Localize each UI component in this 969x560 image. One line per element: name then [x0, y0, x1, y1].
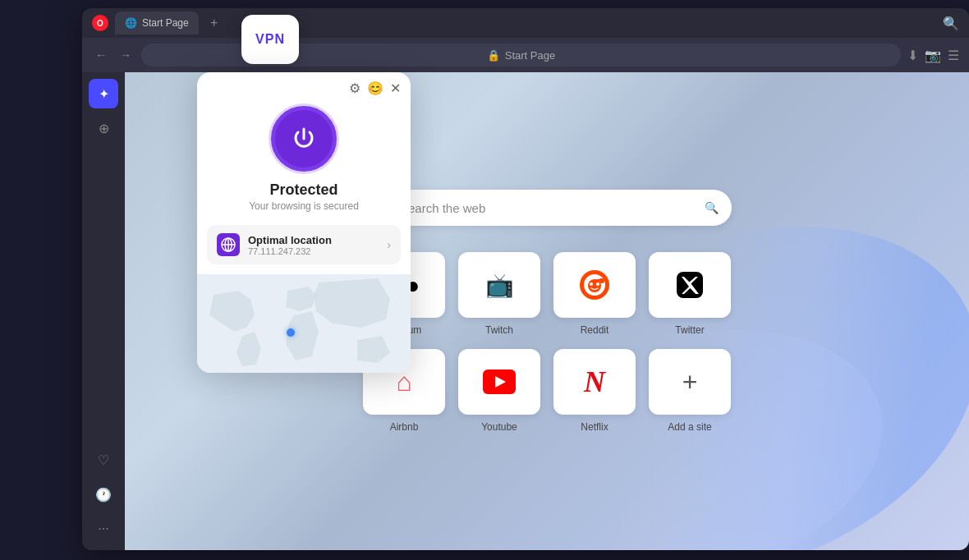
dial-icon-twitter — [649, 252, 731, 318]
youtube-svg — [483, 370, 516, 394]
vpn-badge-button[interactable]: VPN — [241, 15, 299, 64]
snapshot-icon[interactable]: 📷 — [925, 48, 941, 63]
sidebar-bottom: ♡ 🕐 ··· — [89, 445, 118, 544]
vpn-popup-header: ⚙ 😊 ✕ — [197, 72, 411, 99]
url-text: Start Page — [505, 49, 555, 62]
speed-dial-grid: ▶● Medium 📺 Twitch — [363, 252, 731, 433]
download-icon[interactable]: ⬇ — [907, 48, 918, 63]
vpn-location-info: Optimal location 77.111.247.232 — [248, 234, 379, 256]
opera-logo: O — [92, 15, 108, 31]
world-map-svg — [197, 274, 411, 373]
back-button[interactable]: ← — [92, 45, 110, 65]
lock-icon: 🔒 — [487, 49, 500, 62]
dial-icon-twitch: 📺 — [458, 252, 540, 318]
dial-icon-reddit — [553, 252, 636, 318]
dial-icon-add: + — [649, 349, 731, 415]
dial-twitter[interactable]: Twitter — [649, 252, 731, 336]
vpn-button-container: VPN — [241, 15, 299, 64]
vpn-close-icon[interactable]: ✕ — [390, 80, 401, 96]
search-bar[interactable]: G Search the web 🔍 — [362, 190, 732, 226]
tab-bar: O 🌐 Start Page + 🔍 — [82, 8, 969, 38]
vpn-location-name: Optimal location — [248, 234, 379, 246]
twitter-x-svg — [677, 272, 703, 298]
forward-button[interactable]: → — [117, 45, 135, 65]
dial-twitch[interactable]: 📺 Twitch — [458, 252, 540, 336]
dial-label-reddit: Reddit — [581, 324, 609, 336]
search-placeholder: Search the web — [400, 201, 696, 215]
power-icon-svg — [289, 124, 319, 154]
dial-label-twitch: Twitch — [485, 324, 513, 336]
vpn-location-ip: 77.111.247.232 — [248, 246, 379, 256]
browser-window: O 🌐 Start Page + 🔍 ← → 🔒 Start Page ⬇ 📷 … — [82, 8, 969, 550]
sidebar-item-history[interactable]: 🕐 — [89, 480, 118, 509]
sidebar: ✦ ⊕ ♡ 🕐 ··· — [82, 72, 125, 550]
address-bar: ← → 🔒 Start Page ⬇ 📷 ☰ — [82, 38, 969, 72]
vpn-location-chevron-icon: › — [387, 238, 391, 251]
sidebar-item-extensions[interactable]: ⊕ — [89, 113, 118, 143]
vpn-badge-label: VPN — [255, 32, 285, 47]
vpn-popup: ⚙ 😊 ✕ Protected Your browsing is secured — [197, 72, 411, 373]
dial-netflix[interactable]: N Netflix — [553, 349, 636, 433]
dial-label-airbnb: Airbnb — [390, 421, 419, 433]
dial-label-netflix: Netflix — [581, 421, 608, 433]
tab-label: Start Page — [142, 17, 189, 29]
reddit-svg — [580, 270, 609, 300]
dial-youtube[interactable]: Youtube — [458, 349, 540, 433]
sidebar-item-more[interactable]: ··· — [89, 514, 118, 544]
vpn-status-subtitle: Your browsing is secured — [249, 200, 359, 212]
svg-point-2 — [588, 279, 601, 292]
vpn-status-title: Protected — [269, 181, 338, 199]
vpn-location-row[interactable]: Optimal location 77.111.247.232 › — [207, 225, 401, 264]
sidebar-item-home[interactable]: ✦ — [89, 79, 118, 108]
vpn-power-button[interactable] — [271, 106, 337, 172]
vpn-location-globe-icon — [217, 233, 240, 256]
dial-label-youtube: Youtube — [481, 421, 517, 433]
dial-icon-youtube — [458, 349, 540, 415]
dial-icon-netflix: N — [553, 349, 636, 415]
new-tab-button[interactable]: + — [205, 14, 223, 32]
dial-reddit[interactable]: Reddit — [553, 252, 636, 336]
active-tab[interactable]: 🌐 Start Page — [115, 11, 199, 34]
sidebar-item-favorites[interactable]: ♡ — [89, 445, 118, 475]
dial-add-site[interactable]: + Add a site — [649, 349, 731, 433]
address-bar-actions: ⬇ 📷 ☰ — [907, 48, 959, 63]
tab-icon: 🌐 — [125, 17, 137, 29]
vpn-settings-icon[interactable]: ⚙ — [349, 80, 361, 96]
dial-label-twitter: Twitter — [675, 324, 704, 336]
svg-point-3 — [590, 282, 593, 286]
vpn-emoji-icon[interactable]: 😊 — [367, 80, 383, 96]
svg-point-4 — [596, 282, 599, 286]
globe-svg — [221, 237, 236, 252]
menu-icon[interactable]: ☰ — [948, 48, 959, 63]
dial-label-add: Add a site — [668, 421, 711, 433]
search-mic-icon[interactable]: 🔍 — [705, 201, 719, 214]
tab-search-icon[interactable]: 🔍 — [943, 16, 959, 31]
vpn-power-section: Protected Your browsing is secured — [197, 99, 411, 225]
vpn-map — [197, 274, 411, 373]
